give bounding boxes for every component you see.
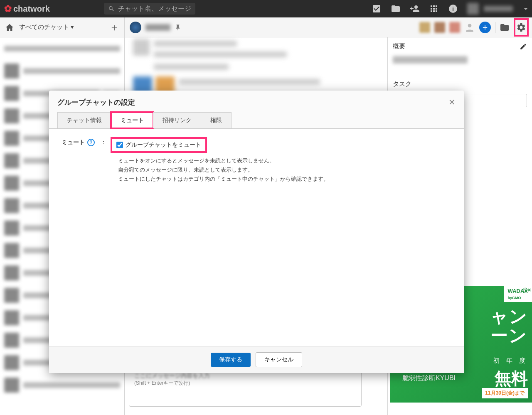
ad-brand: WADAXbyGMO ⓘ✕ bbox=[504, 286, 532, 302]
app-logo: ✿ chatwork bbox=[4, 3, 50, 14]
user-menu-caret-icon[interactable] bbox=[524, 8, 528, 10]
search-placeholder: チャット名、メッセージ bbox=[118, 5, 191, 13]
divider bbox=[495, 22, 495, 33]
member-avatar[interactable] bbox=[419, 22, 430, 33]
list-item[interactable] bbox=[0, 37, 124, 60]
cancel-button[interactable]: キャンセル bbox=[256, 352, 302, 367]
top-bar: ✿ chatwork チャット名、メッセージ bbox=[0, 0, 532, 17]
svg-point-0 bbox=[468, 24, 472, 27]
group-name bbox=[145, 24, 170, 31]
task-label: タスク bbox=[393, 80, 411, 88]
help-icon[interactable]: ? bbox=[87, 139, 95, 146]
tab-mute[interactable]: ミュート bbox=[111, 112, 153, 128]
modal-tabs: チャット情報 ミュート 招待リンク 権限 bbox=[49, 112, 464, 129]
pin-icon[interactable] bbox=[175, 24, 181, 31]
tab-invite-link[interactable]: 招待リンク bbox=[153, 112, 201, 128]
colon: ： bbox=[101, 139, 106, 146]
mute-checkbox-wrap[interactable]: グループチャットをミュート bbox=[112, 139, 205, 151]
close-icon[interactable]: ✕ bbox=[448, 97, 456, 107]
home-icon[interactable] bbox=[5, 23, 14, 32]
user-avatar[interactable] bbox=[467, 3, 479, 15]
mute-label: ミュート bbox=[62, 139, 85, 146]
message-hint: (Shift + Enterキーで改行) bbox=[134, 380, 356, 387]
user-name bbox=[484, 6, 513, 12]
folder-icon[interactable] bbox=[500, 22, 510, 32]
mute-checkbox[interactable] bbox=[116, 142, 123, 148]
file-icon[interactable] bbox=[391, 4, 401, 14]
add-contact-icon[interactable] bbox=[410, 4, 420, 14]
ad-close-icon[interactable]: ⓘ✕ bbox=[523, 287, 531, 293]
members-icon[interactable] bbox=[464, 22, 475, 33]
ad-nen: 初 年 度 bbox=[493, 357, 528, 365]
ad-date: 11月30日(金)まで bbox=[482, 388, 528, 398]
member-avatar[interactable] bbox=[449, 22, 460, 33]
app-name: chatwork bbox=[13, 4, 50, 14]
list-item[interactable] bbox=[0, 374, 124, 396]
new-chat-button[interactable]: ＋ bbox=[109, 21, 119, 34]
list-item[interactable] bbox=[0, 60, 124, 82]
modal-title: グループチャットの設定 bbox=[57, 98, 135, 107]
add-member-button[interactable]: ＋ bbox=[479, 22, 491, 33]
group-chat-settings-modal: グループチャットの設定 ✕ チャット情報 ミュート 招待リンク 権限 ミュート … bbox=[49, 91, 464, 373]
message-placeholder: ここにメッセージ内容を入力 bbox=[134, 372, 356, 380]
info-icon[interactable] bbox=[448, 4, 458, 14]
ad-muryo: 無料 bbox=[495, 367, 528, 390]
task-icon[interactable] bbox=[372, 4, 382, 14]
global-search[interactable]: チャット名、メッセージ bbox=[104, 3, 195, 15]
overview-label: 概要 bbox=[393, 42, 405, 50]
mute-checkbox-label: グループチャットをミュート bbox=[126, 141, 201, 149]
ad-headline: ャンーン bbox=[490, 307, 528, 345]
tab-permissions[interactable]: 権限 bbox=[201, 112, 232, 128]
settings-highlight bbox=[514, 18, 529, 37]
chat-filter[interactable]: すべてのチャット ▾ bbox=[19, 23, 74, 31]
search-icon bbox=[108, 5, 115, 12]
message-input[interactable]: ここにメッセージ内容を入力 (Shift + Enterキーで改行) bbox=[129, 368, 362, 407]
tab-chat-info[interactable]: チャット情報 bbox=[57, 112, 111, 128]
mute-description: ミュートをオンにするとメッセージを未読として表示しません。 自分宛てのメッセージ… bbox=[118, 156, 451, 184]
logo-icon: ✿ bbox=[4, 3, 12, 14]
edit-icon[interactable] bbox=[520, 43, 527, 50]
member-avatar[interactable] bbox=[434, 22, 445, 33]
save-button[interactable]: 保存する bbox=[211, 353, 251, 367]
sub-bar: すべてのチャット ▾ ＋ ＋ bbox=[0, 17, 532, 37]
apps-icon[interactable] bbox=[429, 4, 439, 14]
group-avatar bbox=[130, 22, 141, 33]
gear-icon[interactable] bbox=[516, 22, 526, 32]
